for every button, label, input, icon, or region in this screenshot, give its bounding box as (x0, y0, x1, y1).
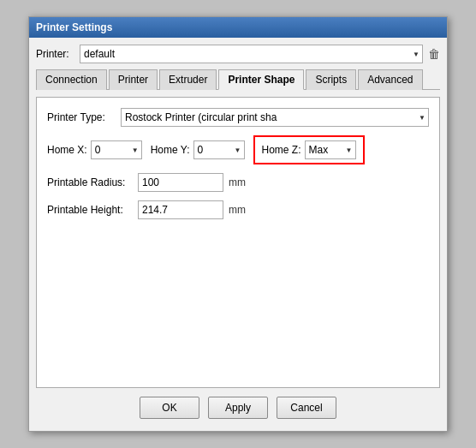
home-y-label: Home Y: (151, 144, 190, 156)
printer-type-row: Printer Type: Rostock Printer (circular … (47, 108, 429, 127)
home-z-select-wrapper: Min Max (305, 140, 356, 159)
home-x-select[interactable]: 0 (91, 140, 142, 159)
tab-printer[interactable]: Printer (109, 69, 158, 90)
printer-label: Printer: (36, 48, 74, 60)
tab-extruder[interactable]: Extruder (159, 69, 217, 90)
title-bar: Printer Settings (29, 17, 447, 38)
tab-connection[interactable]: Connection (36, 69, 107, 90)
home-x-label: Home X: (47, 144, 87, 156)
printable-radius-row: Printable Radius: mm (47, 173, 429, 192)
printable-height-input[interactable] (138, 200, 223, 219)
printable-radius-input[interactable] (138, 173, 223, 192)
home-y-item: Home Y: 0 (151, 140, 245, 159)
printer-type-select-wrapper: Rostock Printer (circular print sha (121, 108, 429, 127)
dialog-body: Printer: default 🗑 Connection Printer Ex… (29, 38, 447, 431)
printer-type-select[interactable]: Rostock Printer (circular print sha (121, 108, 429, 127)
printer-select[interactable]: default (80, 45, 423, 63)
home-z-highlighted-box: Home Z: Min Max (253, 135, 365, 164)
printable-height-row: Printable Height: mm (47, 200, 429, 219)
printable-height-label: Printable Height: (47, 204, 133, 216)
tab-advanced[interactable]: Advanced (358, 69, 422, 90)
tab-scripts[interactable]: Scripts (306, 69, 356, 90)
printable-height-unit: mm (229, 204, 246, 216)
content-area: Printer Type: Rostock Printer (circular … (36, 97, 440, 388)
home-xyz-row: Home X: 0 Home Y: 0 (47, 135, 429, 164)
dialog-title: Printer Settings (36, 21, 112, 33)
home-x-item: Home X: 0 (47, 140, 142, 159)
tabs-bar: Connection Printer Extruder Printer Shap… (36, 69, 440, 90)
printer-settings-dialog: Printer Settings Printer: default 🗑 Conn… (28, 16, 448, 432)
button-row: OK Apply Cancel (36, 388, 440, 424)
home-x-select-wrapper: 0 (91, 140, 142, 159)
home-y-select[interactable]: 0 (193, 140, 245, 159)
apply-button[interactable]: Apply (208, 397, 268, 419)
printer-select-wrapper: default (80, 45, 423, 63)
printable-radius-label: Printable Radius: (47, 176, 133, 188)
tab-printer-shape[interactable]: Printer Shape (218, 69, 304, 90)
printer-type-label: Printer Type: (47, 111, 116, 123)
cancel-button[interactable]: Cancel (277, 397, 336, 419)
printer-row: Printer: default 🗑 (36, 45, 440, 63)
home-y-select-wrapper: 0 (193, 140, 245, 159)
delete-printer-icon[interactable]: 🗑 (428, 47, 440, 61)
home-z-select[interactable]: Min Max (305, 140, 356, 159)
home-z-label: Home Z: (262, 144, 301, 156)
ok-button[interactable]: OK (140, 397, 199, 419)
printable-radius-unit: mm (229, 176, 246, 188)
